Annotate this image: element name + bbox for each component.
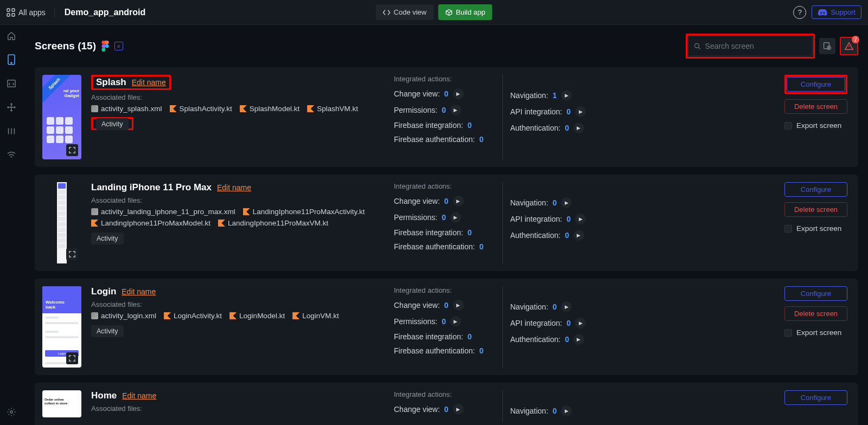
delete-screen-button[interactable]: Delete screen xyxy=(784,306,847,321)
sidebar-preview-icon[interactable] xyxy=(5,125,18,138)
play-icon[interactable]: ▶ xyxy=(453,196,464,207)
file-item[interactable]: SplashModel.kt xyxy=(240,105,299,113)
associated-files-label: Associated files: xyxy=(91,404,384,413)
file-item[interactable]: LandingIphone11ProMaxActivity.kt xyxy=(243,208,365,216)
sidebar-home-icon[interactable] xyxy=(5,29,18,42)
sidebar-move-icon[interactable] xyxy=(5,101,18,114)
expand-icon[interactable] xyxy=(66,352,78,364)
edit-name-link[interactable]: Edit name xyxy=(217,183,251,192)
export-screen-row[interactable]: Export screen xyxy=(784,329,847,337)
highlight-name: Splash Edit name xyxy=(91,75,171,90)
screen-thumbnail[interactable]: Order onlinecollect in store xyxy=(42,390,81,417)
action-label: Navigation: xyxy=(510,302,548,311)
file-item[interactable]: LandingIphone11ProMaxModel.kt xyxy=(91,219,210,227)
figma-icon[interactable] xyxy=(101,41,109,51)
support-button[interactable]: Support xyxy=(812,5,861,19)
play-icon[interactable]: ▶ xyxy=(573,123,584,133)
file-item[interactable]: activity_login.xml xyxy=(91,312,156,320)
play-icon[interactable]: ▶ xyxy=(575,106,586,117)
action-count: 0 xyxy=(444,405,449,414)
play-icon[interactable]: ▶ xyxy=(561,405,572,416)
play-icon[interactable]: ▶ xyxy=(573,230,584,241)
action-count: 0 xyxy=(468,332,472,341)
play-icon[interactable]: ▶ xyxy=(561,197,572,208)
delete-screen-button[interactable]: Delete screen xyxy=(784,99,847,114)
help-icon[interactable]: ? xyxy=(793,6,806,19)
kt-file-icon xyxy=(240,105,247,112)
file-item[interactable]: LoginActivity.kt xyxy=(164,312,222,320)
file-item[interactable]: SplashActivity.kt xyxy=(170,105,232,113)
sidebar-screens-icon[interactable] xyxy=(5,53,18,66)
play-icon[interactable]: ▶ xyxy=(575,214,586,224)
checkbox[interactable] xyxy=(784,329,792,337)
play-icon[interactable]: ▶ xyxy=(450,316,461,327)
export-screen-row[interactable]: Export screen xyxy=(784,121,847,130)
play-icon[interactable]: ▶ xyxy=(453,404,464,415)
configure-button[interactable]: Configure xyxy=(784,390,847,405)
file-item[interactable]: activity_landing_iphone_11_pro_max.xml xyxy=(91,208,235,216)
file-item[interactable]: SplashVM.kt xyxy=(307,105,358,113)
edit-name-link[interactable]: Edit name xyxy=(132,78,166,87)
all-apps-label: All apps xyxy=(18,8,46,17)
svg-rect-0 xyxy=(7,9,10,11)
svg-point-9 xyxy=(695,43,699,48)
search-input[interactable] xyxy=(705,42,807,50)
edit-name-link[interactable]: Edit name xyxy=(122,391,156,400)
code-view-button[interactable]: Code view xyxy=(376,4,434,20)
file-item[interactable]: LoginModel.kt xyxy=(229,312,285,320)
kt-file-icon xyxy=(164,312,171,319)
kt-file-icon xyxy=(170,105,177,112)
play-icon[interactable]: ▶ xyxy=(573,334,584,345)
play-icon[interactable]: ▶ xyxy=(561,301,572,312)
build-app-label: Build app xyxy=(456,8,485,16)
file-item[interactable]: LoginVM.kt xyxy=(292,312,339,320)
play-icon[interactable]: ▶ xyxy=(561,90,572,101)
delete-screen-button[interactable]: Delete screen xyxy=(784,202,847,217)
kt-file-icon xyxy=(229,312,237,319)
export-screen-row[interactable]: Export screen xyxy=(784,224,847,233)
sidebar-code-icon[interactable] xyxy=(5,77,18,90)
doc-icon[interactable]: ≡ xyxy=(114,42,123,50)
screen-name: Splash xyxy=(96,77,126,88)
edit-name-link[interactable]: Edit name xyxy=(122,287,156,296)
all-apps-link[interactable]: All apps xyxy=(7,8,46,17)
action-count: 0 xyxy=(565,231,569,240)
search-input-wrap[interactable] xyxy=(688,36,813,56)
action-label: API integration: xyxy=(510,319,563,327)
code-view-label: Code view xyxy=(394,8,427,16)
expand-icon[interactable] xyxy=(66,144,78,156)
play-icon[interactable]: ▶ xyxy=(453,88,464,99)
file-item[interactable]: LandingIphone11ProMaxVM.kt xyxy=(218,219,328,227)
integrated-actions-label: Integrated actions: xyxy=(394,390,495,398)
action-row: Change view: 0 ▶ xyxy=(394,404,495,415)
file-item[interactable]: activity_splash.xml xyxy=(91,105,162,113)
topbar: All apps Demo_app_android Code view Buil… xyxy=(0,0,868,25)
configure-button[interactable]: Configure xyxy=(784,286,847,301)
build-app-button[interactable]: Build app xyxy=(438,4,492,20)
screen-thumbnail[interactable] xyxy=(42,182,81,263)
settings-action-button[interactable] xyxy=(819,38,835,54)
action-count: 0 xyxy=(566,107,571,116)
screen-thumbnail[interactable]: Welcomeback Login xyxy=(42,286,81,368)
play-icon[interactable]: ▶ xyxy=(453,300,464,311)
checkbox[interactable] xyxy=(784,122,792,130)
screen-thumbnail[interactable]: Splash nd yourGadget xyxy=(42,75,81,159)
kt-file-icon xyxy=(218,220,225,227)
warning-button[interactable]: 7 xyxy=(841,38,857,54)
play-icon[interactable]: ▶ xyxy=(450,105,461,115)
play-icon[interactable]: ▶ xyxy=(575,318,586,329)
checkbox[interactable] xyxy=(784,225,792,233)
configure-button[interactable]: Configure xyxy=(787,77,845,92)
action-count: 0 xyxy=(479,135,483,144)
main-content: Screens (15) ≡ 7 xyxy=(23,25,868,425)
action-label: Firebase integration: xyxy=(394,121,463,130)
sidebar-settings-icon[interactable] xyxy=(5,405,18,418)
sidebar xyxy=(0,25,23,425)
configure-button[interactable]: Configure xyxy=(784,182,847,197)
play-icon[interactable]: ▶ xyxy=(450,212,461,223)
expand-icon[interactable] xyxy=(66,248,78,260)
kt-file-icon xyxy=(307,105,314,112)
screen-card: Order onlinecollect in store Home Edit n… xyxy=(35,383,858,425)
support-label: Support xyxy=(831,8,856,16)
sidebar-wifi-icon[interactable] xyxy=(5,149,18,162)
